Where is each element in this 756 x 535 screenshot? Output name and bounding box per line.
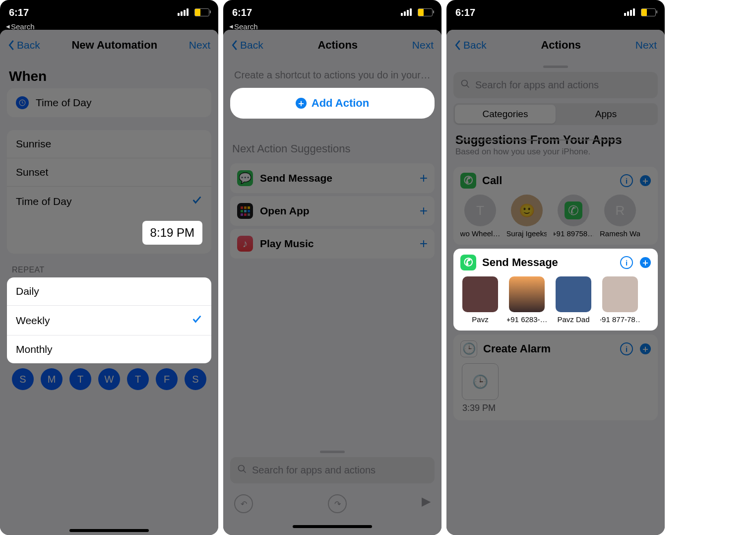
repeat-weekly[interactable]: Weekly [7,305,211,335]
screen-new-automation: 6:17 ◂ Search Back New Automation Next W… [0,0,218,535]
page-title: New Automation [71,39,157,52]
add-suggestion-icon[interactable]: + [420,236,428,252]
status-bar: 6:17 [223,0,441,21]
home-indicator[interactable] [69,529,149,532]
add-suggestion-icon[interactable]: + [420,170,428,186]
page-title: Actions [317,39,358,52]
time-picker[interactable]: 8:19 PM [142,221,202,245]
day-sat[interactable]: S [185,368,206,390]
info-icon[interactable]: i [620,256,633,269]
home-indicator[interactable] [293,525,372,528]
status-time: 6:17 [9,7,29,18]
suggestion-open-app[interactable]: Open App + [230,196,435,226]
trigger-time-of-day[interactable]: Time of Day [7,88,211,117]
next-button[interactable]: Next [412,39,434,51]
music-icon: ♪ [237,236,253,252]
avatar: R [604,195,636,226]
day-thu[interactable]: T [127,368,149,390]
subtitle: Create a shortcut to actions you do in y… [223,61,441,85]
next-button[interactable]: Next [189,39,210,51]
plus-icon: ＋ [296,98,307,109]
search-icon [237,464,247,476]
app-card-alarm: 🕒 Create Alarm i ＋ 🕒 3:39 PM [453,334,658,420]
page-title: Actions [541,39,581,52]
phone-app-icon: ✆ [460,173,476,189]
search-icon [460,79,470,91]
suggestion-play-music[interactable]: ♪ Play Music + [230,229,435,259]
info-icon[interactable]: i [620,342,633,355]
option-sunrise[interactable]: Sunrise [7,130,211,158]
screen-actions-empty: 6:17 ◂ Search Back Actions Next Create a… [223,0,441,535]
repeat-label: REPEAT [0,254,218,277]
info-icon[interactable]: i [620,174,633,187]
add-suggestion-icon[interactable]: + [420,203,428,219]
contact-item[interactable]: Pavz Dad [554,276,593,324]
contact-item[interactable]: Pavz [460,276,500,324]
segment-categories[interactable]: Categories [455,105,556,124]
next-button[interactable]: Next [635,39,657,51]
back-button[interactable]: Back [454,39,487,51]
option-sunset[interactable]: Sunset [7,158,211,186]
contact-item[interactable]: +91 877-78… [600,276,640,324]
app-card-call: ✆ Call i ＋ Two Wheel… 🙂Suraj Igeeks ✆+91… [453,167,658,245]
status-time: 6:17 [232,7,252,18]
day-mon[interactable]: M [41,368,63,390]
run-button[interactable]: ▶ [422,494,431,513]
alarm-time: 3:39 PM [460,400,651,413]
cellular-icon [400,7,412,18]
undo-button[interactable]: ↶ [234,494,253,513]
option-time-of-day[interactable]: Time of Day [7,186,211,216]
sheet-grabber[interactable] [543,66,568,68]
avatar: T [464,195,496,226]
day-sun[interactable]: S [12,368,34,390]
whatsapp-icon: ✆ [460,255,476,270]
clock-icon [16,96,29,109]
grid-icon [237,203,253,219]
back-button[interactable]: Back [8,39,40,51]
contact-item[interactable]: ✆+91 89758… [554,195,593,238]
messages-icon: 💬 [237,170,253,186]
contact-item[interactable]: 🙂Suraj Igeeks [507,195,547,238]
battery-icon [194,8,209,16]
day-fri[interactable]: F [156,368,178,390]
avatar: ✆ [558,195,589,226]
add-icon[interactable]: ＋ [640,257,651,268]
contact-item[interactable]: Two Wheel… [460,195,500,238]
contact-item[interactable]: +91 6283-… [507,276,547,324]
add-action-button[interactable]: ＋ Add Action [230,88,435,119]
add-icon[interactable]: ＋ [640,175,651,186]
battery-icon [418,8,433,16]
suggestion-send-message[interactable]: 💬 Send Message + [230,163,435,193]
status-time: 6:17 [455,7,475,18]
repeat-daily[interactable]: Daily [7,277,211,305]
search-input[interactable]: Search for apps and actions [230,457,435,483]
contact-item[interactable]: RRamesh Wa [600,195,640,238]
alarm-item[interactable]: 🕒 [460,363,500,400]
segment-apps[interactable]: Apps [556,105,656,124]
avatar: 🙂 [511,195,543,226]
redo-button[interactable]: ↷ [328,494,347,513]
clock-icon: 🕒 [462,363,499,400]
app-card-whatsapp: ✆ Send Message i ＋ Pavz +91 6283-… Pavz … [453,249,658,331]
sheet-grabber[interactable] [320,451,345,453]
search-input[interactable]: Search for apps and actions [453,72,658,98]
checkmark-icon [191,195,202,208]
status-bar: 6:17 [0,0,218,21]
nav-bar: Back New Automation Next [0,30,218,61]
day-tue[interactable]: T [69,368,91,390]
battery-icon [641,8,656,16]
status-bar: 6:17 [446,0,665,21]
svg-point-1 [239,466,245,471]
day-wed[interactable]: W [98,368,120,390]
cellular-icon [177,7,189,18]
add-icon[interactable]: ＋ [640,343,651,354]
segment-control[interactable]: Categories Apps [453,103,658,125]
svg-point-2 [462,80,468,86]
suggestions-subtitle: Based on how you use your iPhone. [446,147,665,163]
back-button[interactable]: Back [231,39,263,51]
weekday-selector: S M T W T F S [0,363,218,401]
avatar [462,276,498,312]
repeat-monthly[interactable]: Monthly [7,335,211,363]
screen-actions-suggestions: 6:17 ◂ Search Back Actions Next Search f… [446,0,665,535]
avatar [602,276,638,312]
